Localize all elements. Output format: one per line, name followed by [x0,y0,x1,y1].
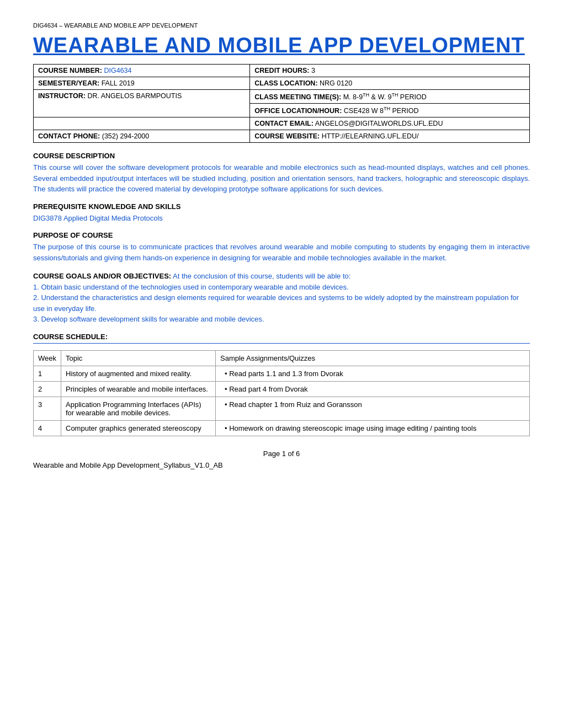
table-row: 4Computer graphics generated stereoscopy… [34,420,530,436]
week-cell: 2 [34,381,61,397]
website-value: HTTP://ELEARNING.UFL.EDU/ [322,132,419,140]
empty-cell [34,117,250,130]
table-row: CONTACT EMAIL: ANGELOS@DIGITALWORLDS.UFL… [34,117,530,130]
course-number-value: DIG4634 [104,67,131,74]
email-label: CONTACT EMAIL: [254,120,314,127]
schedule-table: Week Topic Sample Assignments/Quizzes 1H… [33,350,530,436]
goals-section: COURSE GOALS AND/OR OBJECTIVES: At the c… [33,271,530,325]
col-assign-header: Sample Assignments/Quizzes [216,350,530,366]
assignment-item: Read chapter 1 from Ruiz and Goransson [225,400,525,409]
email-cell: CONTACT EMAIL: ANGELOS@DIGITALWORLDS.UFL… [250,117,530,130]
prerequisite-section: PREREQUISITE KNOWLEDGE AND SKILLS DIG387… [33,202,530,224]
doc-footer: Wearable and Mobile App Development_Syll… [33,461,530,469]
purpose-section: PURPOSE OF COURSE The purpose of this co… [33,231,530,263]
assignment-item: Read part 4 from Dvorak [225,385,525,393]
class-location-cell: CLASS LOCATION: NRG 0120 [250,77,530,89]
instructor-cell: INSTRUCTOR: DR. ANGELOS BARMPOUTIS [34,89,250,117]
phone-value: (352) 294-2000 [102,132,149,140]
topic-cell: History of augmented and mixed reality. [61,366,216,381]
week-cell: 1 [34,366,61,381]
week-cell: 4 [34,420,61,436]
office-value: CSE428 W 8TH PERIOD [344,107,419,115]
email-value: ANGELOS@DIGITALWORLDS.UFL.EDU [315,120,443,127]
info-table: COURSE NUMBER: DIG4634 CREDIT HOURS: 3 S… [33,64,530,143]
table-row: COURSE NUMBER: DIG4634 CREDIT HOURS: 3 [34,64,530,77]
table-header-row: Week Topic Sample Assignments/Quizzes [34,350,530,366]
phone-cell: CONTACT PHONE: (352) 294-2000 [34,130,250,143]
credit-hours-cell: CREDIT HOURS: 3 [250,64,530,77]
schedule-section: COURSE SCHEDULE: Week Topic Sample Assig… [33,333,530,436]
table-row: INSTRUCTOR: DR. ANGELOS BARMPOUTIS CLASS… [34,89,530,103]
table-row: 2Principles of wearable and mobile inter… [34,381,530,397]
week-cell: 3 [34,397,61,420]
goals-intro: COURSE GOALS AND/OR OBJECTIVES: At the c… [33,271,530,282]
course-number-cell: COURSE NUMBER: DIG4634 [34,64,250,77]
table-row: 3Application Programming Interfaces (API… [34,397,530,420]
class-location-label: CLASS LOCATION: [254,79,317,87]
goals-intro-text: At the conclusion of this course, studen… [173,272,350,280]
semester-cell: SEMESTER/YEAR: FALL 2019 [34,77,250,89]
prerequisite-body: DIG3878 Applied Digital Media Protocols [33,213,530,224]
course-number-label: COURSE NUMBER: [38,67,102,74]
prerequisite-title: PREREQUISITE KNOWLEDGE AND SKILLS [33,202,530,211]
page-footer: Page 1 of 6 [33,449,530,458]
goals-title: COURSE GOALS AND/OR OBJECTIVES: [33,272,171,280]
assignment-item: Homework on drawing stereoscopic image u… [225,424,525,432]
instructor-value: DR. ANGELOS BARMPOUTIS [87,92,182,100]
credit-hours-label: CREDIT HOURS: [254,67,309,74]
assignment-item: Read parts 1.1 and 1.3 from Dvorak [225,370,525,378]
class-location-value: NRG 0120 [320,79,352,87]
office-label: OFFICE LOCATION/HOUR: [254,107,342,115]
schedule-title: COURSE SCHEDULE: [33,333,530,344]
page-title: WEARABLE AND MOBILE APP DEVELOPMENT [33,34,530,57]
assignment-cell: Homework on drawing stereoscopic image u… [216,420,530,436]
goal-item: 1. Obtain basic understand of the techno… [33,282,530,293]
phone-label: CONTACT PHONE: [38,132,100,140]
course-description-title: COURSE DESCRIPTION [33,152,530,160]
course-description-section: COURSE DESCRIPTION This course will cove… [33,152,530,195]
col-week-header: Week [34,350,61,366]
course-description-body: This course will cover the software deve… [33,162,530,195]
assignment-cell: Read part 4 from Dvorak [216,381,530,397]
goals-list: 1. Obtain basic understand of the techno… [33,282,530,325]
assignment-cell: Read chapter 1 from Ruiz and Goransson [216,397,530,420]
purpose-body: The purpose of this course is to communi… [33,242,530,263]
semester-label: SEMESTER/YEAR: [38,79,99,87]
topic-cell: Principles of wearable and mobile interf… [61,381,216,397]
topic-cell: Computer graphics generated stereoscopy [61,420,216,436]
class-time-cell: CLASS MEETING TIME(S): M. 8-9TH & W. 9TH… [250,89,530,103]
goal-item: 2. Understand the characteristics and de… [33,292,530,314]
website-cell: COURSE WEBSITE: HTTP://ELEARNING.UFL.EDU… [250,130,530,143]
doc-header: DIG4634 – WEARABLE AND MOBILE APP DEVELO… [33,22,530,29]
col-topic-header: Topic [61,350,216,366]
instructor-label: INSTRUCTOR: [38,92,86,100]
semester-value: FALL 2019 [102,79,135,87]
purpose-title: PURPOSE OF COURSE [33,231,530,239]
credit-hours-value: 3 [311,67,315,74]
table-row: CONTACT PHONE: (352) 294-2000 COURSE WEB… [34,130,530,143]
assignment-cell: Read parts 1.1 and 1.3 from Dvorak [216,366,530,381]
table-row: 1History of augmented and mixed reality.… [34,366,530,381]
website-label: COURSE WEBSITE: [254,132,320,140]
office-cell: OFFICE LOCATION/HOUR: CSE428 W 8TH PERIO… [250,103,530,117]
table-row: SEMESTER/YEAR: FALL 2019 CLASS LOCATION:… [34,77,530,89]
class-time-label: CLASS MEETING TIME(S): [254,93,341,101]
class-time-value: M. 8-9TH & W. 9TH PERIOD [343,93,427,101]
goal-item: 3. Develop software development skills f… [33,314,530,325]
topic-cell: Application Programming Interfaces (APIs… [61,397,216,420]
